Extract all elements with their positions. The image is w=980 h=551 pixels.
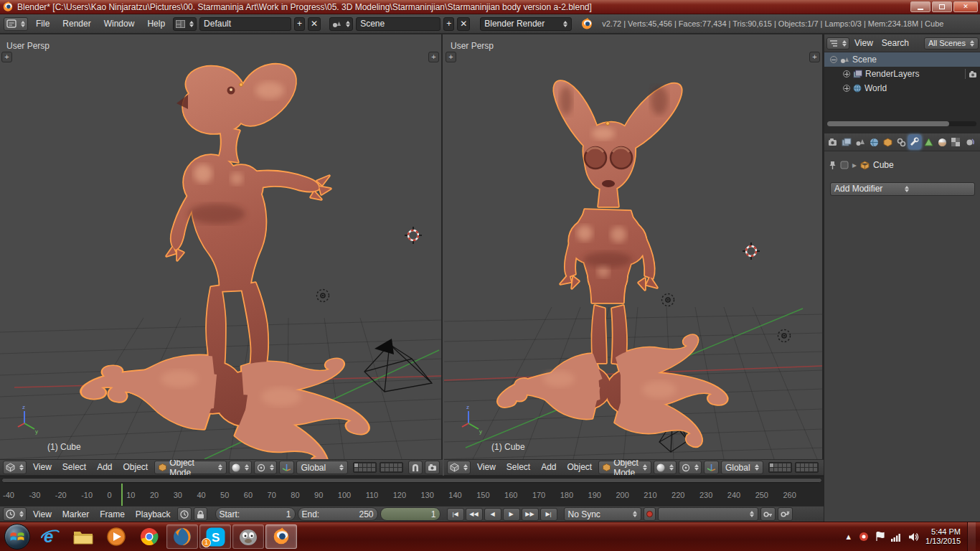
transport-button[interactable]: ▶▶ — [522, 508, 539, 521]
pivot-point-dropdown[interactable] — [679, 461, 702, 474]
outliner-item-scene[interactable]: Scene — [824, 52, 980, 67]
insert-keyframe-button[interactable] — [760, 507, 776, 521]
timeline-ruler[interactable]: -40-30-20-100102030405060708090100110120… — [0, 476, 824, 506]
layers-widget[interactable] — [768, 462, 819, 473]
expand-icon[interactable] — [843, 70, 850, 77]
camera-object[interactable] — [364, 339, 432, 392]
menu-add[interactable]: Add — [537, 460, 560, 475]
tray-app-icon[interactable] — [859, 532, 869, 542]
manipulator-toggle-button[interactable] — [279, 461, 294, 474]
add-screen-layout-button[interactable]: + — [294, 17, 305, 31]
lamp-object-2[interactable] — [778, 330, 791, 342]
menu-search[interactable]: Search — [878, 34, 913, 52]
add-modifier-dropdown[interactable]: Add Modifier — [830, 182, 975, 196]
frame-start-field[interactable]: Start: 1 — [215, 507, 296, 521]
mode-dropdown[interactable]: Object Mode — [154, 461, 227, 474]
lock-time-button[interactable] — [194, 507, 207, 521]
current-frame-line[interactable] — [121, 484, 123, 506]
transform-orientation-dropdown[interactable]: Global — [296, 461, 348, 474]
tray-network-icon[interactable] — [891, 532, 902, 542]
menu-select[interactable]: Select — [58, 460, 90, 475]
taskbar-blender[interactable] — [265, 524, 297, 549]
editor-type-button-timeline[interactable] — [3, 507, 27, 521]
properties-region-expand-button[interactable]: + — [809, 52, 820, 62]
editor-type-button-info[interactable] — [4, 17, 28, 31]
properties-region-expand-button[interactable]: + — [428, 52, 439, 62]
collapse-icon[interactable] — [830, 56, 837, 63]
lamp-object[interactable] — [317, 290, 329, 302]
tab-scene[interactable] — [854, 135, 867, 149]
outliner-horizontal-scrollbar[interactable] — [827, 121, 976, 126]
menu-view[interactable]: View — [29, 507, 56, 522]
tab-texture[interactable] — [949, 135, 962, 149]
menu-view[interactable]: View — [29, 460, 56, 475]
delete-scene-button[interactable]: ✕ — [457, 17, 470, 31]
taskbar-clock[interactable]: 5:44 PM 1/13/2015 — [925, 527, 961, 546]
menu-playback[interactable]: Playback — [131, 507, 175, 522]
screen-layout-browse-button[interactable] — [173, 17, 197, 31]
menu-object[interactable]: Object — [119, 460, 153, 475]
pin-icon[interactable] — [829, 161, 837, 170]
tray-hidden-icons-button[interactable]: ▲ — [844, 532, 852, 541]
tab-object[interactable] — [881, 135, 894, 149]
tab-object-data[interactable] — [922, 135, 935, 149]
delete-keyframe-button[interactable] — [778, 507, 793, 521]
editor-type-button-3dview[interactable] — [3, 461, 27, 474]
menu-marker[interactable]: Marker — [58, 507, 93, 522]
sync-mode-dropdown[interactable]: No Sync — [564, 507, 641, 521]
tray-action-center-icon[interactable] — [875, 532, 885, 542]
menu-window[interactable]: Window — [99, 15, 140, 32]
layers-widget[interactable] — [353, 462, 403, 473]
tool-shelf-expand-button[interactable]: + — [446, 52, 456, 62]
tray-volume-icon[interactable] — [908, 532, 919, 542]
transport-button[interactable]: ▶| — [540, 508, 557, 521]
manipulator-toggle-button[interactable] — [704, 461, 719, 474]
menu-frame[interactable]: Frame — [95, 507, 129, 522]
start-button[interactable] — [4, 524, 30, 550]
transform-orientation-dropdown[interactable]: Global — [721, 461, 763, 474]
tab-world[interactable] — [867, 135, 880, 149]
menu-view[interactable]: View — [473, 460, 500, 475]
maximize-button[interactable] — [932, 1, 952, 12]
tab-render[interactable] — [826, 135, 839, 149]
taskbar-gimp[interactable] — [232, 524, 264, 549]
menu-file[interactable]: File — [31, 15, 55, 32]
outliner-item-renderlayers[interactable]: RenderLayers — [824, 67, 980, 81]
scene-browse-button[interactable] — [329, 17, 353, 31]
menu-help[interactable]: Help — [142, 15, 170, 32]
delete-screen-layout-button[interactable]: ✕ — [308, 17, 321, 31]
outliner-item-world[interactable]: World — [824, 81, 980, 95]
taskbar-skype[interactable]: S 1 — [199, 524, 231, 549]
viewport-3d-left[interactable]: User Persp (1) Cube + + — [0, 34, 443, 459]
minimize-button[interactable] — [910, 1, 930, 12]
snap-button[interactable] — [408, 461, 423, 474]
viewport-shading-dropdown[interactable] — [654, 461, 677, 474]
tab-material[interactable] — [936, 135, 948, 149]
outliner-filter-dropdown[interactable]: All Scenes — [924, 37, 979, 50]
timeline-scrollbar[interactable] — [1, 478, 822, 483]
lamp-object[interactable] — [662, 294, 674, 306]
browse-id-icon[interactable] — [840, 161, 849, 169]
menu-object[interactable]: Object — [563, 460, 597, 475]
taskbar-media-player[interactable] — [100, 524, 132, 549]
menu-render[interactable]: Render — [57, 15, 95, 32]
tab-physics[interactable] — [963, 135, 976, 149]
use-preview-range-button[interactable] — [177, 507, 192, 521]
tab-constraints[interactable] — [895, 135, 908, 149]
close-button[interactable]: ✕ — [953, 1, 978, 12]
transport-button[interactable]: ◀◀ — [466, 508, 483, 521]
menu-view[interactable]: View — [851, 34, 877, 52]
mode-dropdown[interactable]: Object Mode — [598, 461, 651, 474]
taskbar-firefox[interactable] — [166, 524, 198, 549]
transport-button[interactable]: ▶ — [503, 508, 520, 521]
renderable-camera-icon[interactable] — [969, 70, 978, 78]
menu-add[interactable]: Add — [93, 460, 116, 475]
add-scene-button[interactable]: + — [443, 17, 454, 31]
taskbar-internet-explorer[interactable]: e — [34, 524, 66, 549]
tool-shelf-expand-button[interactable]: + — [1, 52, 12, 62]
screen-layout-name-field[interactable]: Default — [199, 17, 291, 31]
menu-select[interactable]: Select — [502, 460, 534, 475]
scene-name-field[interactable]: Scene — [356, 17, 440, 31]
frame-end-field[interactable]: End: 250 — [298, 507, 378, 521]
pivot-point-dropdown[interactable] — [254, 461, 277, 474]
